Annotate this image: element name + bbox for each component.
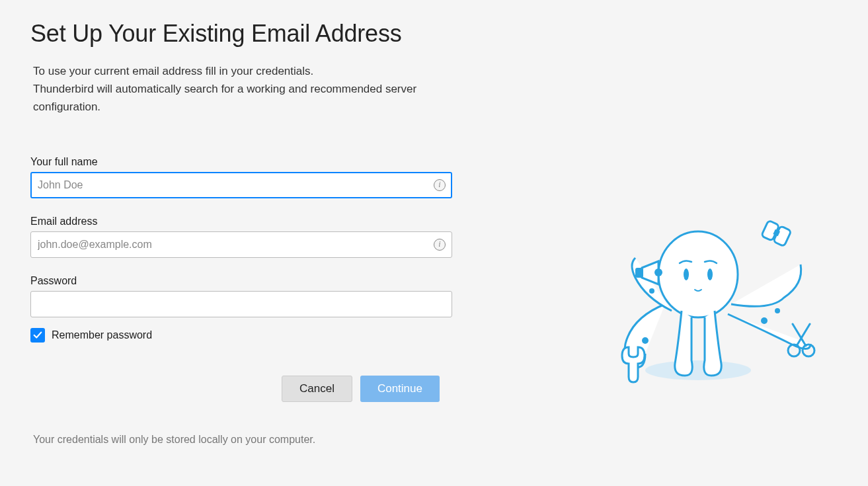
button-row: Cancel Continue <box>282 376 454 402</box>
svg-point-0 <box>645 360 751 380</box>
svg-point-6 <box>684 268 689 280</box>
name-input-wrapper: i <box>30 172 452 198</box>
field-group-name: Your full name i <box>30 156 454 198</box>
field-group-email: Email address i <box>30 216 454 258</box>
page-title: Set Up Your Existing Email Address <box>30 20 454 48</box>
svg-point-9 <box>654 268 662 276</box>
setup-container: Set Up Your Existing Email Address To us… <box>0 0 868 466</box>
illustration-column <box>480 20 838 446</box>
remember-password-checkbox[interactable] <box>30 328 45 343</box>
svg-rect-8 <box>635 268 643 278</box>
svg-point-4 <box>649 288 654 294</box>
cancel-button[interactable]: Cancel <box>282 376 352 402</box>
continue-button[interactable]: Continue <box>360 376 440 402</box>
svg-point-7 <box>707 268 713 280</box>
email-input[interactable] <box>30 231 452 258</box>
svg-point-2 <box>761 317 768 324</box>
field-group-password: Password Remember password <box>30 275 454 343</box>
info-icon[interactable]: i <box>434 179 446 191</box>
svg-point-1 <box>642 337 649 344</box>
checkmark-icon <box>33 331 42 340</box>
form-column: Set Up Your Existing Email Address To us… <box>30 20 454 446</box>
name-label: Your full name <box>30 156 454 168</box>
info-icon[interactable]: i <box>434 239 446 251</box>
remember-password-row: Remember password <box>30 328 454 343</box>
octopus-illustration-icon <box>599 212 824 397</box>
page-description: To use your current email address fill i… <box>30 62 454 116</box>
password-input-wrapper <box>30 291 452 317</box>
description-line1: To use your current email address fill i… <box>33 62 454 80</box>
remember-password-label[interactable]: Remember password <box>52 329 152 341</box>
svg-point-5 <box>658 231 738 317</box>
email-input-wrapper: i <box>30 231 452 258</box>
password-label: Password <box>30 275 454 287</box>
description-line2: Thunderbird will automatically search fo… <box>33 80 454 116</box>
svg-point-3 <box>775 308 780 313</box>
footer-note: Your credentials will only be stored loc… <box>30 434 454 446</box>
email-label: Email address <box>30 216 454 227</box>
password-input[interactable] <box>30 291 452 317</box>
name-input[interactable] <box>30 172 452 198</box>
